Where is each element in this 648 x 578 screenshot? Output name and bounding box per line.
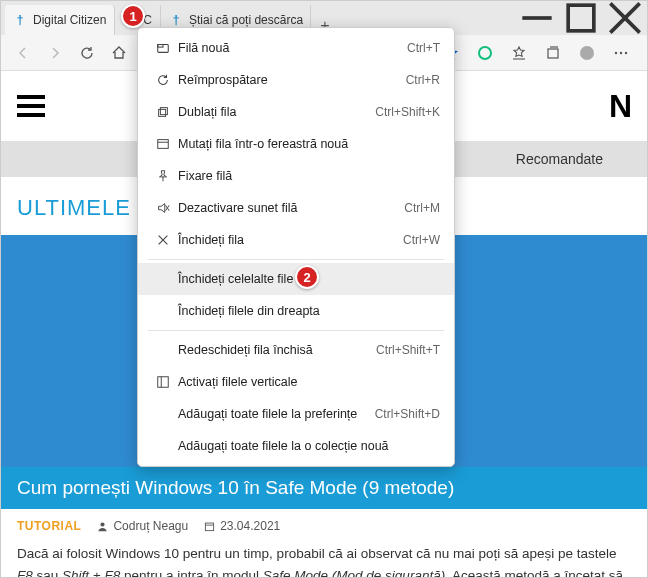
back-button[interactable] — [7, 38, 39, 68]
hamburger-icon[interactable] — [17, 95, 45, 117]
forward-button[interactable] — [39, 38, 71, 68]
svg-rect-25 — [158, 377, 169, 388]
browser-tab-0[interactable]: † Digital Citizen — [5, 5, 115, 35]
menu-item-move[interactable]: Mutați fila într-o fereastră nouă — [138, 128, 454, 160]
menu-item-label: Dublați fila — [174, 105, 375, 119]
svg-point-10 — [620, 51, 622, 53]
menu-item-shortcut: Ctrl+M — [404, 201, 440, 215]
svg-point-11 — [625, 51, 627, 53]
callout-badge-2: 2 — [295, 265, 319, 289]
x-icon — [152, 233, 174, 247]
site-logo: N — [609, 88, 631, 125]
article-date: 23.04.2021 — [204, 519, 280, 533]
menu-item-label: Fixare filă — [174, 169, 440, 183]
profile-icon[interactable] — [571, 38, 603, 68]
menu-item-addfav[interactable]: Adăugați toate filele la preferințeCtrl+… — [138, 398, 454, 430]
subnav-recommended[interactable]: Recomandate — [492, 141, 627, 177]
svg-rect-6 — [548, 49, 558, 58]
menu-item-mute[interactable]: Dezactivare sunet filăCtrl+M — [138, 192, 454, 224]
menu-item-close[interactable]: Închideți filaCtrl+W — [138, 224, 454, 256]
svg-rect-17 — [159, 109, 166, 116]
favicon-icon: † — [169, 13, 183, 27]
collections-icon[interactable] — [537, 38, 569, 68]
svg-point-12 — [101, 522, 105, 526]
vertical-icon — [152, 375, 174, 389]
home-button[interactable] — [103, 38, 135, 68]
menu-item-reopen[interactable]: Redeschideți fila închisăCtrl+Shift+T — [138, 334, 454, 366]
tab-icon — [152, 41, 174, 55]
callout-badge-1: 1 — [121, 4, 145, 28]
menu-item-label: Filă nouă — [174, 41, 407, 55]
svg-point-9 — [615, 51, 617, 53]
window-controls — [515, 1, 647, 35]
pin-icon — [152, 169, 174, 183]
article-title[interactable]: Cum pornești Windows 10 în Safe Mode (9 … — [1, 467, 647, 509]
menu-item-newtab[interactable]: Filă nouăCtrl+T — [138, 32, 454, 64]
menu-item-label: Adăugați toate filele la preferințe — [174, 407, 375, 421]
svg-rect-13 — [206, 523, 214, 531]
menu-item-label: Activați filele verticale — [174, 375, 440, 389]
svg-rect-18 — [160, 108, 167, 115]
menu-button[interactable] — [605, 38, 637, 68]
menu-item-shortcut: Ctrl+R — [406, 73, 440, 87]
menu-item-addcoll[interactable]: Adăugați toate filele la o colecție nouă — [138, 430, 454, 462]
refresh-icon — [152, 73, 174, 87]
svg-point-4 — [479, 47, 491, 59]
menu-item-pin[interactable]: Fixare filă — [138, 160, 454, 192]
window-close-button[interactable] — [603, 1, 647, 35]
menu-item-closeright[interactable]: Închideți filele din dreapta — [138, 295, 454, 327]
author-name: Codruț Neagu — [113, 519, 188, 533]
tab-close-icon[interactable]: ✕ — [309, 13, 311, 27]
svg-rect-16 — [158, 45, 163, 48]
tab-label: Știai că poți descărca — [189, 13, 303, 27]
menu-item-vertical[interactable]: Activați filele verticale — [138, 366, 454, 398]
article-category[interactable]: TUTORIAL — [17, 519, 81, 533]
tab-label: Digital Citizen — [33, 13, 106, 27]
menu-item-duplicate[interactable]: Dublați filaCtrl+Shift+K — [138, 96, 454, 128]
menu-item-label: Reîmprospătare — [174, 73, 406, 87]
date-text: 23.04.2021 — [220, 519, 280, 533]
menu-item-shortcut: Ctrl+T — [407, 41, 440, 55]
menu-separator — [148, 259, 444, 260]
mute-icon — [152, 201, 174, 215]
person-icon — [97, 521, 108, 532]
dup-icon — [152, 105, 174, 119]
window-icon — [152, 137, 174, 151]
grammarly-icon[interactable] — [469, 38, 501, 68]
calendar-icon — [204, 521, 215, 532]
svg-point-8 — [580, 46, 594, 60]
window-minimize-button[interactable] — [515, 1, 559, 35]
favorites-list-icon[interactable] — [503, 38, 535, 68]
menu-item-shortcut: Ctrl+Shift+K — [375, 105, 440, 119]
favicon-icon: † — [13, 13, 27, 27]
menu-item-shortcut: Ctrl+W — [403, 233, 440, 247]
menu-item-label: Mutați fila într-o fereastră nouă — [174, 137, 440, 151]
menu-item-shortcut: Ctrl+Shift+D — [375, 407, 440, 421]
menu-item-label: Redeschideți fila închisă — [174, 343, 376, 357]
menu-separator — [148, 330, 444, 331]
menu-item-label: Închideți fila — [174, 233, 403, 247]
menu-item-label: Adăugați toate filele la o colecție nouă — [174, 439, 440, 453]
article-author[interactable]: Codruț Neagu — [97, 519, 188, 533]
menu-item-label: Dezactivare sunet filă — [174, 201, 404, 215]
menu-item-shortcut: Ctrl+Shift+T — [376, 343, 440, 357]
window-maximize-button[interactable] — [559, 1, 603, 35]
article-body: Dacă ai folosit Windows 10 pentru un tim… — [1, 543, 647, 578]
refresh-button[interactable] — [71, 38, 103, 68]
menu-item-refresh[interactable]: ReîmprospătareCtrl+R — [138, 64, 454, 96]
menu-item-label: Închideți filele din dreapta — [174, 304, 440, 318]
svg-rect-1 — [568, 5, 594, 31]
svg-rect-19 — [158, 140, 169, 149]
tab-context-menu: Filă nouăCtrl+TReîmprospătareCtrl+RDubla… — [137, 27, 455, 467]
article-meta: TUTORIAL Codruț Neagu 23.04.2021 — [1, 509, 647, 543]
